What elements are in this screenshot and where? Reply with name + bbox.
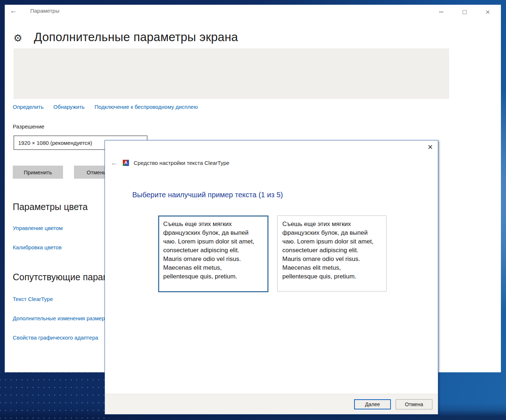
link-identify[interactable]: Определить [13, 104, 44, 110]
page-title: Дополнительные параметры экрана [34, 30, 238, 44]
next-button[interactable]: Далее [354, 399, 391, 409]
dialog-cancel-button[interactable]: Отмена [396, 399, 432, 409]
link-detect[interactable]: Обнаружить [54, 104, 85, 110]
apply-button[interactable]: Применить [13, 166, 63, 179]
dialog-close-icon[interactable]: × [428, 143, 433, 151]
text-sample-1[interactable]: Съешь еще этих мягких французских булок,… [158, 215, 268, 292]
window-title: Параметры [30, 8, 59, 14]
link-wireless-display[interactable]: Подключение к беспроводному дисплею [94, 104, 198, 110]
link-color-management[interactable]: Управление цветом [13, 225, 63, 231]
maximize-button[interactable] [461, 8, 468, 16]
resolution-value: 1920 × 1080 (рекомендуется) [18, 140, 92, 146]
text-sample-2-text: Съешь еще этих мягких французских булок,… [282, 221, 373, 280]
color-settings-heading: Параметры цвета [13, 202, 88, 212]
back-icon[interactable]: ← [10, 7, 17, 15]
dialog-back-icon[interactable]: ← [111, 159, 118, 167]
minimize-icon [439, 12, 443, 12]
display-preview-area [13, 48, 449, 99]
resolution-label: Разрешение [13, 123, 44, 130]
cleartype-app-icon-letter: A [124, 160, 128, 166]
link-display-adapter-properties[interactable]: Свойства графического адаптера [13, 334, 98, 341]
display-links-row: Определить Обнаружить Подключение к бесп… [13, 104, 198, 110]
text-sample-1-text: Съешь еще этих мягких французских булок,… [163, 221, 254, 280]
screen: ← Параметры × ⚙ Дополнительные параметры… [0, 0, 506, 420]
cleartype-dialog: × ← A Средство настройки текста ClearTyp… [105, 140, 438, 415]
window-controls: × [438, 8, 491, 16]
maximize-icon [463, 10, 467, 14]
dialog-footer: Далее Отмена [105, 394, 438, 414]
link-color-calibration[interactable]: Калибровка цветов [13, 244, 62, 250]
gear-icon: ⚙ [13, 32, 22, 44]
cleartype-app-icon: A [123, 160, 129, 166]
settings-titlebar: ← Параметры × [5, 5, 501, 20]
desktop-dot-pattern [0, 372, 109, 420]
dialog-header: ← A Средство настройки текста ClearType [111, 159, 230, 167]
link-cleartype-text[interactable]: Текст ClearType [13, 296, 53, 302]
dialog-title: Средство настройки текста ClearType [134, 160, 230, 166]
close-button[interactable]: × [484, 8, 491, 16]
text-sample-2[interactable]: Съешь еще этих мягких французских булок,… [277, 215, 387, 292]
minimize-button[interactable] [438, 8, 445, 16]
dialog-instruction: Выберите наилучший пример текста (1 из 5… [132, 191, 283, 199]
